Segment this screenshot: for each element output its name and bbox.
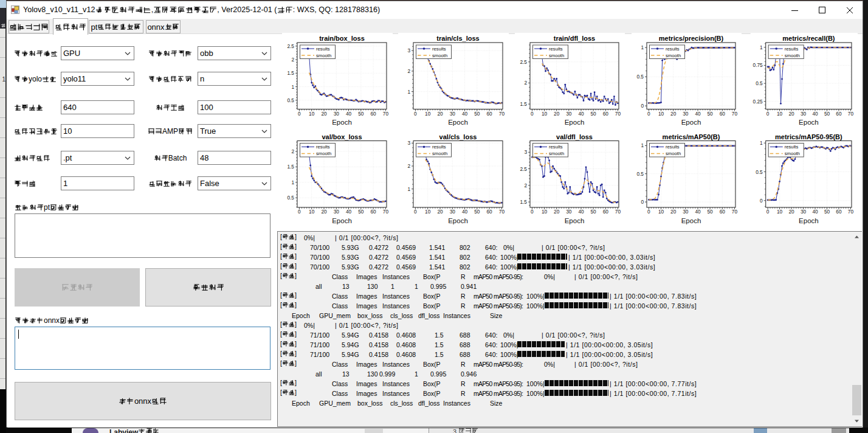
svg-text:50: 50: [474, 209, 480, 215]
svg-text:1: 1: [407, 186, 410, 192]
svg-text:40: 40: [346, 111, 352, 117]
svg-text:60: 60: [836, 209, 842, 215]
svg-text:60: 60: [720, 209, 726, 215]
svg-text:smooth: smooth: [549, 53, 564, 58]
svg-text:1: 1: [291, 179, 294, 185]
svg-text:results: results: [316, 144, 330, 150]
svg-text:results: results: [432, 144, 446, 150]
svg-text:40: 40: [578, 111, 584, 117]
svg-text:20: 20: [554, 111, 560, 117]
svg-text:30: 30: [566, 111, 572, 117]
svg-text:20: 20: [554, 209, 560, 215]
svg-text:70: 70: [732, 111, 738, 117]
svg-text:20: 20: [321, 111, 327, 117]
svg-text:Epoch: Epoch: [565, 119, 585, 126]
svg-text:0: 0: [641, 103, 644, 109]
svg-text:0: 0: [766, 209, 770, 215]
svg-text:results: results: [549, 46, 563, 52]
svg-text:70: 70: [383, 209, 389, 215]
svg-text:Epoch: Epoch: [332, 217, 352, 224]
svg-text:30: 30: [334, 209, 340, 215]
svg-text:40: 40: [812, 209, 818, 215]
svg-text:0: 0: [641, 199, 644, 205]
svg-text:results: results: [549, 144, 563, 150]
svg-text:70: 70: [615, 111, 621, 117]
svg-text:val/dfl_loss: val/dfl_loss: [556, 133, 593, 140]
svg-text:70: 70: [383, 111, 389, 117]
svg-text:2: 2: [291, 148, 294, 154]
svg-text:1: 1: [760, 44, 763, 50]
svg-text:30: 30: [801, 111, 807, 117]
svg-text:0: 0: [647, 209, 650, 215]
svg-text:results: results: [785, 144, 799, 150]
svg-text:results: results: [785, 46, 799, 52]
svg-text:2.5: 2.5: [520, 166, 527, 172]
svg-text:0: 0: [531, 111, 534, 117]
svg-text:70: 70: [499, 111, 505, 117]
svg-text:40: 40: [695, 111, 701, 117]
svg-text:1: 1: [641, 44, 644, 50]
svg-text:50: 50: [707, 111, 713, 117]
svg-text:3: 3: [524, 149, 527, 155]
svg-text:20: 20: [321, 209, 327, 215]
svg-text:50: 50: [824, 209, 830, 215]
svg-text:20: 20: [437, 111, 443, 117]
svg-text:0.5: 0.5: [636, 74, 644, 80]
svg-text:70: 70: [848, 209, 854, 215]
svg-text:0.25: 0.25: [753, 99, 763, 105]
svg-text:1.5: 1.5: [520, 199, 527, 205]
svg-text:0: 0: [414, 209, 417, 215]
svg-text:10: 10: [542, 209, 548, 215]
svg-text:1: 1: [407, 89, 410, 95]
svg-text:10: 10: [658, 111, 664, 117]
svg-text:40: 40: [346, 209, 352, 215]
svg-text:metrics/precision(B): metrics/precision(B): [659, 35, 724, 42]
svg-text:10: 10: [309, 209, 315, 215]
svg-text:50: 50: [707, 209, 713, 215]
svg-text:smooth: smooth: [316, 151, 331, 156]
svg-text:3: 3: [407, 140, 410, 146]
svg-text:0.5: 0.5: [287, 195, 294, 201]
svg-text:smooth: smooth: [432, 53, 447, 58]
svg-text:60: 60: [486, 111, 492, 117]
svg-text:3: 3: [407, 47, 410, 54]
svg-text:2: 2: [407, 68, 410, 74]
svg-text:1.5: 1.5: [287, 164, 294, 170]
svg-text:60: 60: [370, 209, 376, 215]
svg-text:70: 70: [732, 209, 738, 215]
svg-text:smooth: smooth: [785, 53, 800, 58]
svg-text:smooth: smooth: [432, 151, 447, 156]
svg-text:smooth: smooth: [666, 53, 681, 58]
svg-text:70: 70: [499, 209, 505, 215]
svg-text:20: 20: [670, 209, 677, 215]
svg-text:50: 50: [590, 111, 596, 117]
svg-text:30: 30: [334, 111, 340, 117]
svg-text:40: 40: [695, 209, 701, 215]
svg-text:0: 0: [760, 198, 763, 204]
svg-text:50: 50: [358, 111, 364, 117]
svg-text:30: 30: [683, 209, 689, 215]
svg-text:20: 20: [670, 111, 677, 117]
svg-text:10: 10: [658, 209, 664, 215]
svg-text:results: results: [666, 144, 680, 150]
svg-text:Epoch: Epoch: [799, 217, 819, 224]
svg-text:0: 0: [647, 111, 650, 117]
svg-text:2: 2: [407, 163, 410, 169]
svg-text:smooth: smooth: [549, 151, 564, 156]
svg-text:0.75: 0.75: [753, 62, 763, 68]
svg-text:70: 70: [615, 209, 621, 215]
svg-text:10: 10: [425, 209, 431, 215]
svg-text:30: 30: [683, 111, 689, 117]
svg-text:60: 60: [486, 209, 492, 215]
svg-text:Epoch: Epoch: [681, 119, 701, 126]
svg-text:2: 2: [291, 57, 294, 63]
svg-text:0: 0: [298, 111, 301, 117]
svg-text:Epoch: Epoch: [332, 119, 352, 126]
svg-text:20: 20: [788, 209, 794, 215]
svg-text:10: 10: [777, 111, 783, 117]
svg-text:train/dfl_loss: train/dfl_loss: [554, 35, 595, 42]
svg-text:results: results: [666, 46, 680, 52]
svg-text:Epoch: Epoch: [681, 217, 701, 224]
svg-text:70: 70: [848, 111, 854, 117]
svg-text:smooth: smooth: [785, 151, 800, 156]
